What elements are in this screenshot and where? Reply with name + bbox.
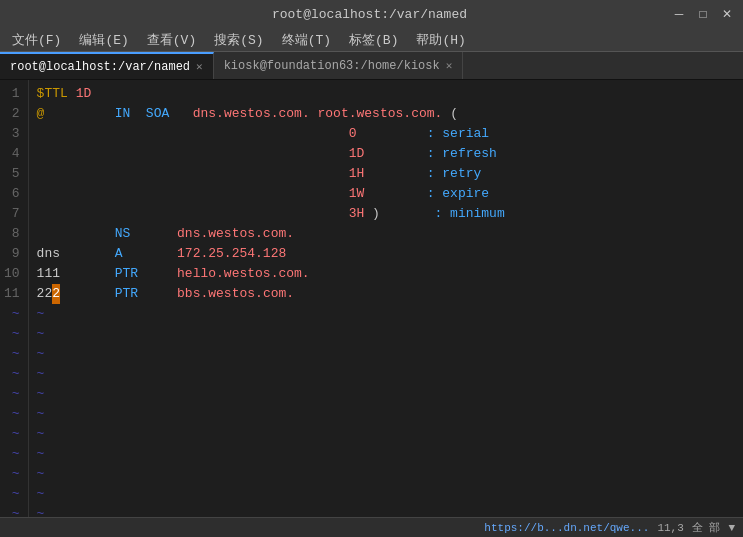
tab-bar: root@localhost:/var/named ✕ kiosk@founda… <box>0 52 743 80</box>
code-line-2: @ IN SOA dns.westos.com. root.westos.com… <box>37 104 735 124</box>
window-title: root@localhost:/var/named <box>68 7 671 22</box>
tilde-num-8: ~ <box>4 444 20 464</box>
editor-container: 1 2 3 4 5 6 7 8 9 10 11 ~ ~ ~ ~ ~ ~ ~ ~ … <box>0 80 743 517</box>
code-editor[interactable]: $TTL 1D @ IN SOA dns.westos.com. root.we… <box>29 80 743 517</box>
tilde-line-10: ~ <box>37 484 735 504</box>
tilde-num-2: ~ <box>4 324 20 344</box>
tilde-num-4: ~ <box>4 364 20 384</box>
tilde-line-11: ~ <box>37 504 735 517</box>
line-num-3: 3 <box>4 124 20 144</box>
menu-search[interactable]: 搜索(S) <box>206 29 271 51</box>
tab-root[interactable]: root@localhost:/var/named ✕ <box>0 52 214 79</box>
minimize-button[interactable]: ─ <box>671 6 687 22</box>
menu-view[interactable]: 查看(V) <box>139 29 204 51</box>
tilde-line-8: ~ <box>37 444 735 464</box>
menu-terminal[interactable]: 终端(T) <box>274 29 339 51</box>
tab-root-close[interactable]: ✕ <box>196 60 203 73</box>
tab-root-label: root@localhost:/var/named <box>10 60 190 74</box>
menu-bar: 文件(F) 编辑(E) 查看(V) 搜索(S) 终端(T) 标签(B) 帮助(H… <box>0 28 743 52</box>
tilde-line-1: ~ <box>37 304 735 324</box>
tilde-num-5: ~ <box>4 384 20 404</box>
tilde-line-2: ~ <box>37 324 735 344</box>
tilde-num-9: ~ <box>4 464 20 484</box>
line-num-11: 11 <box>4 284 20 304</box>
status-link: https://b...dn.net/qwe... <box>484 522 649 534</box>
code-line-8: NS dns.westos.com. <box>37 224 735 244</box>
line-num-7: 7 <box>4 204 20 224</box>
line-num-9: 9 <box>4 244 20 264</box>
tilde-line-5: ~ <box>37 384 735 404</box>
tilde-line-6: ~ <box>37 404 735 424</box>
maximize-button[interactable]: □ <box>695 6 711 22</box>
code-line-11: 222 PTR bbs.westos.com. <box>37 284 735 304</box>
tab-kiosk-label: kiosk@foundation63:/home/kiosk <box>224 59 440 73</box>
menu-file[interactable]: 文件(F) <box>4 29 69 51</box>
menu-edit[interactable]: 编辑(E) <box>71 29 136 51</box>
status-mode: 全 部 <box>692 520 721 535</box>
line-num-1: 1 <box>4 84 20 104</box>
tilde-num-7: ~ <box>4 424 20 444</box>
code-line-6: 1W : expire <box>37 184 735 204</box>
code-line-9: dns A 172.25.254.128 <box>37 244 735 264</box>
line-num-5: 5 <box>4 164 20 184</box>
tilde-num-6: ~ <box>4 404 20 424</box>
status-position: 11,3 <box>657 522 683 534</box>
menu-help[interactable]: 帮助(H) <box>408 29 473 51</box>
tilde-num-3: ~ <box>4 344 20 364</box>
close-button[interactable]: ✕ <box>719 6 735 22</box>
tilde-num-1: ~ <box>4 304 20 324</box>
status-arrow: ▼ <box>728 522 735 534</box>
tilde-line-3: ~ <box>37 344 735 364</box>
code-line-3: 0 : serial <box>37 124 735 144</box>
line-num-10: 10 <box>4 264 20 284</box>
status-bar: https://b...dn.net/qwe... 11,3 全 部 ▼ <box>0 517 743 537</box>
line-num-6: 6 <box>4 184 20 204</box>
code-line-10: 111 PTR hello.westos.com. <box>37 264 735 284</box>
tilde-num-10: ~ <box>4 484 20 504</box>
tilde-line-9: ~ <box>37 464 735 484</box>
code-line-7: 3H ) : minimum <box>37 204 735 224</box>
menu-tabs[interactable]: 标签(B) <box>341 29 406 51</box>
line-num-4: 4 <box>4 144 20 164</box>
line-numbers: 1 2 3 4 5 6 7 8 9 10 11 ~ ~ ~ ~ ~ ~ ~ ~ … <box>0 80 29 517</box>
tilde-line-4: ~ <box>37 364 735 384</box>
line-num-2: 2 <box>4 104 20 124</box>
code-line-1: $TTL 1D <box>37 84 735 104</box>
line-num-8: 8 <box>4 224 20 244</box>
tab-kiosk-close[interactable]: ✕ <box>446 59 453 72</box>
tilde-num-11: ~ <box>4 504 20 517</box>
tab-kiosk[interactable]: kiosk@foundation63:/home/kiosk ✕ <box>214 52 464 79</box>
tilde-line-7: ~ <box>37 424 735 444</box>
code-line-4: 1D : refresh <box>37 144 735 164</box>
title-bar: root@localhost:/var/named ─ □ ✕ <box>0 0 743 28</box>
code-line-5: 1H : retry <box>37 164 735 184</box>
